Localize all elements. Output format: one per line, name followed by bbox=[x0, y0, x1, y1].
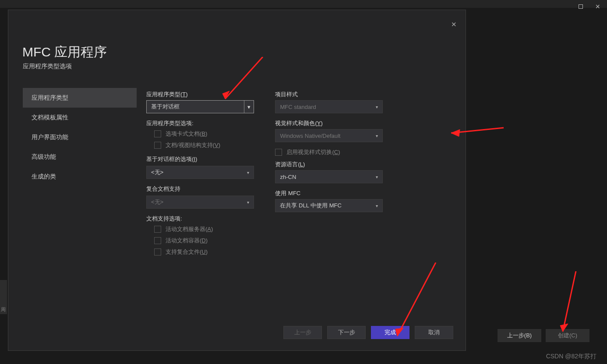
window-controls: × bbox=[579, 0, 607, 13]
opt-active-server-label: 活动文档服务器(A) bbox=[166, 225, 213, 233]
resource-lang-value: zh-CN bbox=[280, 174, 296, 180]
enable-visual-switch-label: 启用视觉样式切换(C) bbox=[286, 148, 340, 156]
resource-lang-combo[interactable]: zh-CN ▾ bbox=[275, 170, 383, 183]
outer-create-button[interactable]: 创建(C) bbox=[546, 329, 589, 342]
app-type-options-label: 应用程序类型选项: bbox=[146, 119, 269, 127]
opt-compound-files-row: 支持复合文件(U) bbox=[154, 248, 269, 256]
sidebar-item-advanced[interactable]: 高级功能 bbox=[23, 147, 137, 167]
opt-compound-files-checkbox[interactable] bbox=[154, 248, 161, 256]
dialog-buttons: 上一步 下一步 完成 取消 bbox=[283, 326, 453, 339]
chevron-down-icon: ▾ bbox=[247, 170, 249, 175]
finish-button[interactable]: 完成 bbox=[371, 326, 409, 339]
opt-active-container-checkbox[interactable] bbox=[154, 237, 161, 244]
use-mfc-label: 使用 MFC bbox=[275, 189, 398, 197]
dialog-close-icon[interactable]: ✕ bbox=[451, 21, 457, 28]
enable-visual-switch-row: 启用视觉样式切换(C) bbox=[275, 148, 398, 156]
opt-docview-label: 文档/视图结构支持(V) bbox=[166, 141, 220, 149]
sidebar-item-app-type[interactable]: 应用程序类型 bbox=[23, 88, 137, 108]
watermark: CSDN @82年苏打 bbox=[546, 353, 596, 360]
compound-doc-label: 复合文档支持 bbox=[146, 185, 269, 193]
dialog-title: MFC 应用程序 bbox=[22, 43, 107, 61]
outer-back-button[interactable]: 上一步(B) bbox=[498, 329, 541, 342]
wizard-sidebar: 应用程序类型 文档模板属性 用户界面功能 高级功能 生成的类 bbox=[23, 88, 137, 186]
mfc-wizard-dialog: ✕ MFC 应用程序 应用程序类型选项 应用程序类型 文档模板属性 用户界面功能… bbox=[8, 10, 466, 351]
project-style-label: 项目样式 bbox=[275, 91, 398, 98]
compound-doc-combo: <无> ▾ bbox=[146, 196, 254, 209]
chevron-down-icon: ▾ bbox=[376, 203, 378, 208]
dialog-options-combo[interactable]: <无> ▾ bbox=[146, 166, 254, 179]
use-mfc-combo[interactable]: 在共享 DLL 中使用 MFC ▾ bbox=[275, 199, 383, 212]
opt-tabbed-row: 选项卡式文档(B) bbox=[154, 130, 269, 138]
opt-compound-files-label: 支持复合文件(U) bbox=[166, 248, 208, 256]
app-type-value: 基于对话框 bbox=[147, 103, 244, 111]
use-mfc-value: 在共享 DLL 中使用 MFC bbox=[280, 202, 341, 210]
sidebar-item-doc-template[interactable]: 文档模板属性 bbox=[23, 108, 137, 127]
doc-support-label: 文档支持选项: bbox=[146, 215, 269, 223]
opt-tabbed-checkbox[interactable] bbox=[154, 130, 161, 137]
opt-tabbed-label: 选项卡式文档(B) bbox=[166, 130, 207, 138]
enable-visual-switch-checkbox[interactable] bbox=[275, 149, 282, 156]
cancel-button[interactable]: 取消 bbox=[415, 326, 453, 339]
opt-docview-row: 文档/视图结构支持(V) bbox=[154, 141, 269, 149]
close-icon[interactable]: × bbox=[595, 2, 600, 11]
form-area: 应用程序类型(T) 基于对话框 ▾ 应用程序类型选项: 选项卡式文档(B) 文档… bbox=[146, 91, 453, 259]
side-panel-tab: 周 bbox=[0, 306, 7, 314]
chevron-down-icon: ▾ bbox=[244, 101, 254, 113]
project-style-combo: MFC standard ▾ bbox=[275, 100, 383, 113]
chevron-down-icon: ▾ bbox=[376, 175, 378, 179]
opt-active-container-row: 活动文档容器(D) bbox=[154, 237, 269, 245]
chevron-down-icon: ▾ bbox=[247, 200, 249, 205]
back-button: 上一步 bbox=[283, 326, 322, 339]
title-bar bbox=[0, 0, 607, 8]
dialog-options-value: <无> bbox=[151, 168, 163, 176]
dialog-subtitle: 应用程序类型选项 bbox=[23, 63, 72, 70]
visual-style-combo: Windows Native/Default ▾ bbox=[275, 129, 383, 142]
next-button[interactable]: 下一步 bbox=[327, 326, 366, 339]
opt-active-server-checkbox[interactable] bbox=[154, 226, 161, 233]
opt-active-container-label: 活动文档容器(D) bbox=[166, 237, 208, 245]
chevron-down-icon: ▾ bbox=[376, 105, 378, 109]
app-type-combo[interactable]: 基于对话框 ▾ bbox=[146, 100, 254, 113]
sidebar-item-generated-classes[interactable]: 生成的类 bbox=[23, 167, 137, 186]
maximize-icon[interactable] bbox=[579, 3, 583, 10]
outer-wizard-buttons: 上一步(B) 创建(C) bbox=[498, 329, 589, 342]
compound-doc-value: <无> bbox=[151, 198, 163, 206]
sidebar-item-ui-features[interactable]: 用户界面功能 bbox=[23, 127, 137, 147]
chevron-down-icon: ▾ bbox=[376, 133, 378, 138]
visual-style-value: Windows Native/Default bbox=[280, 133, 340, 139]
opt-docview-checkbox[interactable] bbox=[154, 142, 161, 149]
resource-lang-label: 资源语言(L) bbox=[275, 161, 398, 168]
opt-active-server-row: 活动文档服务器(A) bbox=[154, 225, 269, 233]
visual-style-label: 视觉样式和颜色(Y) bbox=[275, 119, 398, 127]
project-style-value: MFC standard bbox=[280, 104, 316, 110]
dialog-options-label: 基于对话框的选项(I) bbox=[146, 155, 269, 163]
app-type-label: 应用程序类型(T) bbox=[146, 91, 269, 98]
